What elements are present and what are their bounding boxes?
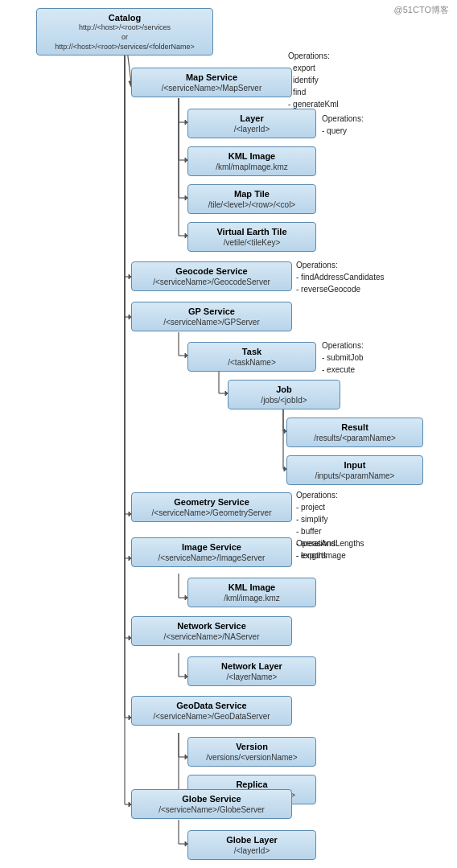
network-service-subtitle: /<serviceName>/NAServer — [137, 631, 286, 642]
globe-layer-node: Globe Layer /<layerId> — [187, 830, 316, 860]
input-title: Input — [292, 459, 418, 471]
virtual-earth-tile-subtitle: /vetile/<tileKey> — [193, 237, 311, 248]
globe-service-title: Globe Service — [137, 793, 286, 804]
map-service-title: Map Service — [137, 72, 286, 83]
input-node: Input /inputs/<paramName> — [286, 455, 423, 485]
geocode-service-title: Geocode Service — [137, 265, 286, 277]
catalog-subtitle: http://<host>/<root>/servicesorhttp://<h… — [42, 23, 208, 51]
result-title: Result — [292, 422, 418, 433]
globe-service-subtitle: /<serviceName>/GlobeServer — [137, 804, 286, 815]
virtual-earth-tile-node: Virtual Earth Tile /vetile/<tileKey> — [187, 222, 316, 252]
kml-image2-subtitle: /kml/image.kmz — [193, 593, 311, 603]
globe-service-node: Globe Service /<serviceName>/GlobeServer — [131, 789, 292, 819]
catalog-ops: Operations:- export- identify- find- gen… — [288, 50, 339, 110]
catalog-node: Catalog http://<host>/<root>/servicesorh… — [36, 8, 213, 56]
geometry-service-title: Geometry Service — [137, 496, 286, 508]
image-ops: Operations:- exportImage — [296, 537, 346, 562]
kml-image-subtitle: /kml/mapImage.kmz — [193, 162, 311, 172]
kml-image-title: KML Image — [193, 150, 311, 162]
task-subtitle: /<taskName> — [193, 357, 311, 368]
task-title: Task — [193, 346, 311, 357]
geocode-service-subtitle: /<serviceName>/GeocodeServer — [137, 277, 286, 287]
geometry-service-subtitle: /<serviceName>/GeometryServer — [137, 508, 286, 518]
map-tile-node: Map Tile /tile/<level>/<row>/<col> — [187, 184, 316, 214]
diagram-container: Catalog http://<host>/<root>/servicesorh… — [0, 0, 457, 24]
gp-service-subtitle: /<serviceName>/GPServer — [137, 317, 286, 327]
geocode-ops: Operations:- findAddressCandidates- reve… — [296, 259, 385, 295]
network-layer-subtitle: /<layerName> — [193, 672, 311, 682]
geocode-service-node: Geocode Service /<serviceName>/GeocodeSe… — [131, 261, 292, 291]
result-subtitle: /results/<paramName> — [292, 433, 418, 443]
network-service-node: Network Service /<serviceName>/NAServer — [131, 616, 292, 646]
geodata-service-node: GeoData Service /<serviceName>/GeoDataSe… — [131, 696, 292, 726]
layer-subtitle: /<layerId> — [193, 124, 311, 134]
globe-layer-subtitle: /<layerId> — [193, 845, 311, 856]
image-service-node: Image Service /<serviceName>/ImageServer — [131, 537, 292, 567]
result-node: Result /results/<paramName> — [286, 418, 423, 447]
geodata-service-subtitle: /<serviceName>/GeoDataServer — [137, 711, 286, 722]
network-service-title: Network Service — [137, 620, 286, 631]
version-node: Version /versions/<versionName> — [187, 737, 316, 767]
image-service-title: Image Service — [137, 541, 286, 553]
gp-service-node: GP Service /<serviceName>/GPServer — [131, 302, 292, 331]
catalog-title: Catalog — [42, 12, 208, 23]
job-subtitle: /jobs/<jobId> — [233, 395, 335, 405]
layer-ops: Operations:- query — [322, 113, 364, 137]
map-service-subtitle: /<serviceName>/MapServer — [137, 83, 286, 93]
watermark: @51CTO博客 — [394, 4, 449, 16]
kml-image2-node: KML Image /kml/image.kmz — [187, 578, 316, 607]
gp-service-title: GP Service — [137, 306, 286, 317]
image-service-subtitle: /<serviceName>/ImageServer — [137, 553, 286, 563]
task-node: Task /<taskName> — [187, 342, 316, 372]
version-title: Version — [193, 741, 311, 752]
kml-image-node: KML Image /kml/mapImage.kmz — [187, 146, 316, 176]
geometry-service-node: Geometry Service /<serviceName>/Geometry… — [131, 492, 292, 522]
kml-image2-title: KML Image — [193, 582, 311, 593]
globe-layer-title: Globe Layer — [193, 834, 311, 845]
job-node: Job /jobs/<jobId> — [228, 380, 340, 409]
virtual-earth-tile-title: Virtual Earth Tile — [193, 226, 311, 237]
task-ops: Operations:- submitJob- execute — [322, 339, 364, 376]
version-subtitle: /versions/<versionName> — [193, 752, 311, 763]
network-layer-title: Network Layer — [193, 660, 311, 672]
layer-node: Layer /<layerId> — [187, 109, 316, 138]
map-tile-title: Map Tile — [193, 188, 311, 200]
layer-title: Layer — [193, 113, 311, 124]
map-tile-subtitle: /tile/<level>/<row>/<col> — [193, 200, 311, 210]
job-title: Job — [233, 384, 335, 395]
geodata-service-title: GeoData Service — [137, 700, 286, 711]
map-service-node: Map Service /<serviceName>/MapServer — [131, 68, 292, 97]
network-layer-node: Network Layer /<layerName> — [187, 656, 316, 686]
input-subtitle: /inputs/<paramName> — [292, 471, 418, 481]
